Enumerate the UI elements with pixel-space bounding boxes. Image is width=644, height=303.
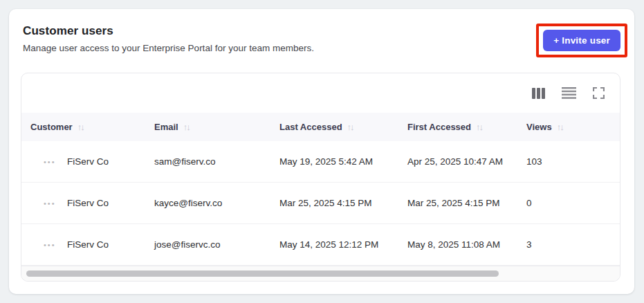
cell-views: 0 [526, 198, 620, 208]
horizontal-scrollbar[interactable] [21, 266, 620, 281]
cell-customer: FiServ Co [67, 239, 154, 250]
cell-last-accessed: Mar 25, 2025 4:15 PM [279, 198, 407, 208]
cell-email: kayce@fiserv.co [154, 198, 279, 208]
cell-views: 103 [526, 156, 620, 167]
fullscreen-icon[interactable] [593, 87, 605, 99]
page-title: Customer users [23, 24, 620, 38]
sort-icon[interactable]: ↑↓ [77, 122, 84, 132]
sort-icon[interactable]: ↑↓ [183, 122, 190, 132]
row-actions-icon[interactable]: ••• [44, 199, 56, 208]
panel-header: Customer users Manage user access to you… [9, 9, 634, 53]
row-density-icon[interactable] [562, 87, 576, 99]
cell-last-accessed: May 19, 2025 5:42 AM [279, 156, 407, 167]
annotation-highlight-box: + Invite user [536, 24, 627, 57]
page-subtitle: Manage user access to your Enterprise Po… [23, 43, 620, 53]
cell-email: sam@fiserv.co [154, 156, 279, 167]
cell-first-accessed: May 8, 2025 11:08 AM [407, 239, 526, 250]
table-row[interactable]: ••• FiServ Co kayce@fiserv.co Mar 25, 20… [21, 183, 620, 224]
table-row[interactable]: ••• FiServ Co sam@fiserv.co May 19, 2025… [21, 141, 620, 183]
cell-views: 3 [526, 239, 620, 250]
row-actions-icon[interactable]: ••• [44, 241, 56, 249]
column-header-last-accessed[interactable]: Last Accessed ↑↓ [279, 122, 407, 132]
sort-icon[interactable]: ↑↓ [347, 122, 353, 132]
cell-email: jose@fiservc.co [154, 239, 279, 250]
invite-user-button[interactable]: + Invite user [543, 30, 620, 51]
column-header-customer[interactable]: Customer ↑↓ [21, 122, 154, 132]
column-header-first-accessed[interactable]: First Accessed ↑↓ [407, 122, 526, 132]
table-row[interactable]: ••• FiServ Co jose@fiservc.co May 14, 20… [21, 224, 620, 266]
customer-users-panel: Customer users Manage user access to you… [9, 9, 634, 294]
cell-customer: FiServ Co [67, 156, 154, 167]
row-actions-icon[interactable]: ••• [44, 158, 56, 166]
column-header-email[interactable]: Email ↑↓ [154, 122, 279, 132]
sort-icon[interactable]: ↑↓ [557, 122, 563, 132]
table-toolbar [21, 73, 620, 113]
scrollbar-thumb[interactable] [26, 270, 499, 277]
cell-customer: FiServ Co [67, 198, 154, 208]
cell-first-accessed: Mar 25, 2025 4:15 PM [407, 198, 526, 208]
cell-first-accessed: Apr 25, 2025 10:47 AM [407, 156, 526, 167]
users-table-container: Customer ↑↓ Email ↑↓ Last Accessed ↑↓ Fi… [21, 73, 620, 282]
cell-last-accessed: May 14, 2025 12:12 PM [279, 239, 407, 250]
column-header-views[interactable]: Views ↑↓ [526, 122, 620, 132]
table-header-row: Customer ↑↓ Email ↑↓ Last Accessed ↑↓ Fi… [21, 113, 620, 141]
sort-icon[interactable]: ↑↓ [476, 122, 482, 132]
columns-icon[interactable] [532, 88, 545, 99]
